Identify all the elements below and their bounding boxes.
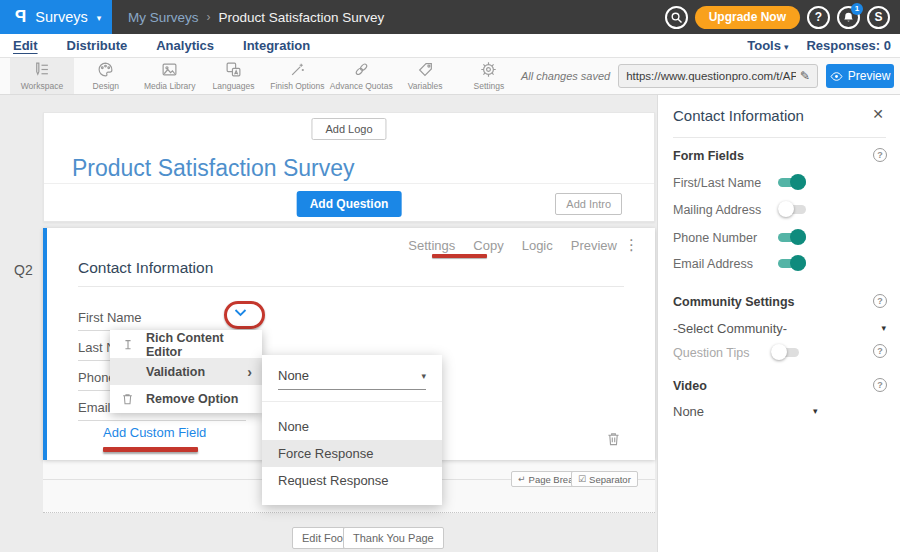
validation-selected-value: None [278,368,309,383]
help-button[interactable]: ? [807,6,830,29]
menu-item-label: Remove Option [146,392,238,406]
validation-option-request-response[interactable]: Request Response [262,467,442,494]
section-video: Video [673,379,707,393]
survey-title[interactable]: Product Satisfaction Survey [72,155,355,182]
chevron-down-icon[interactable]: ▾ [881,323,886,333]
question-logic-link[interactable]: Logic [522,238,553,253]
question-copy-link[interactable]: Copy [473,238,503,253]
toolbar-item-label: Media Library [144,81,196,91]
survey-url: https://www.questionpro.com/t/AP53kZgUI [626,70,796,82]
toolbar-item-media-library[interactable]: Media Library [138,58,202,94]
tab-distribute[interactable]: Distribute [67,38,128,53]
survey-url-field[interactable]: https://www.questionpro.com/t/AP53kZgUI … [618,64,818,88]
video-dropdown[interactable]: None [673,404,704,419]
notifications-button[interactable]: 1 [837,6,860,29]
toolbar-item-advance-quotas[interactable]: Advance Quotas [329,58,393,94]
menu-item-label: Validation [146,365,205,379]
settings-icon [480,61,497,78]
app-menu[interactable]: P Surveys ▾ [0,0,112,34]
toolbar-item-workspace[interactable]: Workspace [10,58,74,94]
nav-right: Tools▾ Responses: 0 [747,38,900,53]
survey-header-footer: Add Question Add Intro [44,183,654,221]
add-intro-button[interactable]: Add Intro [555,193,622,215]
chevron-down-icon[interactable]: ▾ [813,406,818,416]
kebab-menu-icon[interactable]: ⋮ [624,236,639,254]
toggle-phone-number[interactable] [778,229,806,245]
help-icon[interactable]: ? [873,378,887,392]
help-icon[interactable]: ? [873,148,887,162]
select-community-dropdown[interactable]: -Select Community- [673,321,787,336]
question-settings-link[interactable]: Settings [408,238,455,253]
validation-select[interactable]: None ▾ [278,368,426,390]
validation-options: None Force Response Request Response [262,413,442,494]
notification-badge: 1 [851,3,863,15]
question-settings-panel: Contact Information ✕ Form Fields ? Firs… [657,95,900,552]
separator-icon: ☑ [578,474,586,484]
add-custom-field-link[interactable]: Add Custom Field [103,425,206,440]
help-icon[interactable]: ? [873,344,887,358]
question-title[interactable]: Contact Information [78,259,213,277]
question-preview-link[interactable]: Preview [571,238,617,253]
add-question-button[interactable]: Add Question [297,191,402,217]
toolbar-item-label: Workspace [21,81,63,91]
media-library-icon [161,61,178,78]
close-icon[interactable]: ✕ [872,106,884,122]
section-form-fields: Form Fields [673,149,744,163]
menu-item-remove-option[interactable]: Remove Option [110,385,262,412]
toggle-mailing-address[interactable] [778,201,806,217]
breadcrumb-separator-icon: › [207,10,211,24]
toggle-email-address[interactable] [778,255,806,271]
separator-button[interactable]: ☑ Separator [571,471,638,487]
finish-options-icon [289,61,306,78]
add-logo-button[interactable]: Add Logo [311,118,386,140]
tab-integration[interactable]: Integration [243,38,310,53]
chevron-down-icon: ▾ [97,13,102,23]
menu-item-label: Rich Content Editor [146,331,252,359]
chevron-down-icon: ▾ [784,42,789,52]
help-icon: ? [815,10,822,24]
thank-you-page-button[interactable]: Thank You Page [343,527,444,549]
toggle-label-question-tips: Question Tips [673,346,749,360]
field-row-first-name[interactable]: First Name [78,310,246,331]
chip-label: Separator [589,474,631,485]
avatar[interactable]: S [867,6,890,29]
preview-button[interactable]: Preview [826,64,894,88]
responses-count[interactable]: Responses: 0 [806,38,891,53]
field-context-menu: Rich Content Editor Validation › Remove … [110,330,262,413]
editor-toolbar: Workspace Design Media Library Languages… [0,58,900,95]
advance-quotas-icon [353,61,370,78]
toggle-first-last-name[interactable] [778,174,806,190]
toolbar-item-label: Languages [212,81,254,91]
tab-edit[interactable]: Edit [13,38,38,53]
toggle-label-first-last-name: First/Last Name [673,176,761,190]
breadcrumb-parent[interactable]: My Surveys [128,10,199,25]
menu-item-rich-content-editor[interactable]: Rich Content Editor [110,331,262,358]
toggle-label-email-address: Email Address [673,257,753,271]
eye-icon [830,72,843,81]
trash-icon [122,393,146,405]
help-icon[interactable]: ? [873,294,887,308]
delete-question-button[interactable] [607,432,620,446]
languages-icon [225,61,242,78]
toolbar-item-design[interactable]: Design [74,58,138,94]
survey-nav-bar: Edit Distribute Analytics Integration To… [0,34,900,58]
header-actions: Upgrade Now ? 1 S [665,6,900,29]
upgrade-now-button[interactable]: Upgrade Now [695,6,800,29]
menu-item-validation[interactable]: Validation › [110,358,262,385]
annotation-underline-settings [432,254,487,258]
toolbar-item-settings[interactable]: Settings [457,58,521,94]
toolbar-item-finish-options[interactable]: Finish Options [265,58,329,94]
toggle-question-tips[interactable] [771,344,799,360]
text-editor-icon [122,338,146,351]
tools-menu[interactable]: Tools▾ [747,38,788,53]
trash-icon [607,432,620,446]
validation-option-force-response[interactable]: Force Response [262,440,442,467]
section-community-settings: Community Settings [673,295,795,309]
validation-option-none[interactable]: None [262,413,442,440]
search-button[interactable] [665,6,688,29]
edit-url-icon[interactable]: ✎ [800,69,810,83]
toolbar-item-variables[interactable]: Variables [393,58,457,94]
chevron-down-icon: ▾ [421,371,426,381]
tab-analytics[interactable]: Analytics [156,38,214,53]
toolbar-item-languages[interactable]: Languages [202,58,266,94]
